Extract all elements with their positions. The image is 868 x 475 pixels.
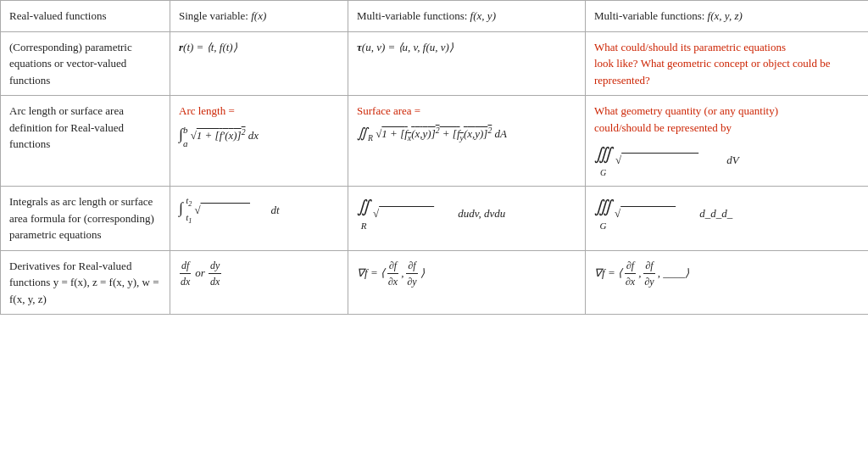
- header-col2: Single variable: f(x): [170, 1, 348, 32]
- row3-col4: ∭ G √ d_d_d_: [586, 187, 869, 251]
- row-derivatives: Derivatives for Real-valued functions y …: [1, 250, 869, 315]
- row1-col3: τ(u, v) = ⟨u, v, f(u, v)⟩: [348, 31, 586, 96]
- row4-col4: ∇f = ⟨ ∂f ∂x , ∂f ∂y , ____⟩: [586, 250, 869, 315]
- header-row: Real-valued functions Single variable: f…: [1, 1, 869, 32]
- row2-col2: Arc length = ∫ba √1 + [f′(x)]2 dx: [170, 96, 348, 187]
- main-container: Real-valued functions Single variable: f…: [0, 0, 868, 475]
- row1-label: (Corresponding) parametric equations or …: [1, 31, 170, 96]
- row-parametric: (Corresponding) parametric equations or …: [1, 31, 869, 96]
- row4-col3: ∇f = ⟨ ∂f ∂x , ∂f ∂y ⟩: [348, 250, 586, 315]
- row3-col3: ∬ R √ dudv, dvdu: [348, 187, 586, 251]
- row1-col2: r(t) = ⟨t, f(t)⟩: [170, 31, 348, 96]
- math-comparison-table: Real-valued functions Single variable: f…: [0, 0, 868, 315]
- header-col4: Multi-variable functions: f(x, y, z): [586, 1, 869, 32]
- row2-col3: Surface area = ∬R √1 + [fx(x,y)]2 + [fy(…: [348, 96, 586, 187]
- row4-col2: df dx or dy dx: [170, 250, 348, 315]
- header-col3: Multi-variable functions: f(x, y): [348, 1, 586, 32]
- row2-label: Arc length or surface area definition fo…: [1, 96, 170, 187]
- row-integrals: Integrals as arc length or surface area …: [1, 187, 869, 251]
- row-arclength: Arc length or surface area definition fo…: [1, 96, 869, 187]
- row2-col4: What geometry quantity (or any quantity)…: [586, 96, 869, 187]
- row4-label: Derivatives for Real-valued functions y …: [1, 250, 170, 315]
- row1-col4: What could/should its parametric equatio…: [586, 31, 869, 96]
- row3-label: Integrals as arc length or surface area …: [1, 187, 170, 251]
- row3-col2: ∫ t2 t1 √ dt: [170, 187, 348, 251]
- header-col1: Real-valued functions: [1, 1, 170, 32]
